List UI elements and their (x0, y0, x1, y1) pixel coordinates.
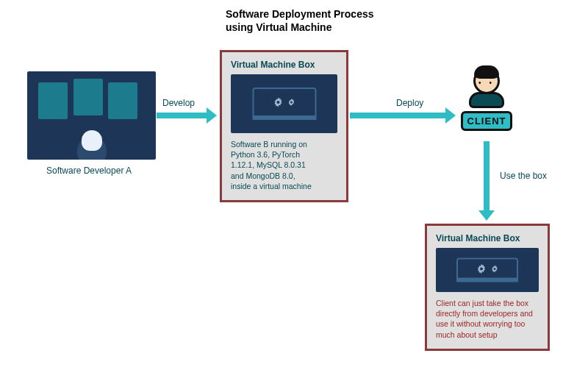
gear-icon (490, 264, 499, 273)
developer-label: Software Developer A (46, 166, 132, 176)
client-node: CLIENT (457, 68, 516, 131)
arrow-use-label: Use the box (500, 171, 547, 181)
developer-node (27, 71, 156, 160)
vm-box-1: Virtual Machine Box Software B running o… (220, 50, 348, 202)
arrow-develop (157, 113, 208, 118)
laptop-icon (456, 258, 518, 282)
diagram-title: Software Deployment Process using Virtua… (226, 7, 374, 34)
client-badge: CLIENT (461, 111, 513, 131)
vm2-illustration (436, 248, 539, 292)
vm1-description: Software B running on Python 3.6, PyTorc… (231, 139, 315, 191)
vm1-illustration (231, 74, 337, 133)
gear-icon (273, 96, 284, 108)
laptop-icon (252, 88, 316, 120)
gear-icon (287, 98, 296, 107)
vm1-title: Virtual Machine Box (231, 60, 337, 70)
developer-illustration (27, 71, 156, 160)
client-avatar-icon (473, 68, 500, 94)
arrow-deploy (350, 113, 447, 118)
vm2-title: Virtual Machine Box (436, 233, 539, 243)
vm-box-2: Virtual Machine Box Client can just take… (425, 224, 550, 351)
client-body-icon (469, 92, 504, 108)
arrow-deploy-label: Deploy (396, 98, 423, 108)
gear-icon (476, 263, 487, 274)
vm2-description: Client can just take the box directly fr… (436, 298, 539, 340)
arrow-develop-label: Develop (162, 98, 195, 108)
arrow-use (484, 141, 490, 212)
